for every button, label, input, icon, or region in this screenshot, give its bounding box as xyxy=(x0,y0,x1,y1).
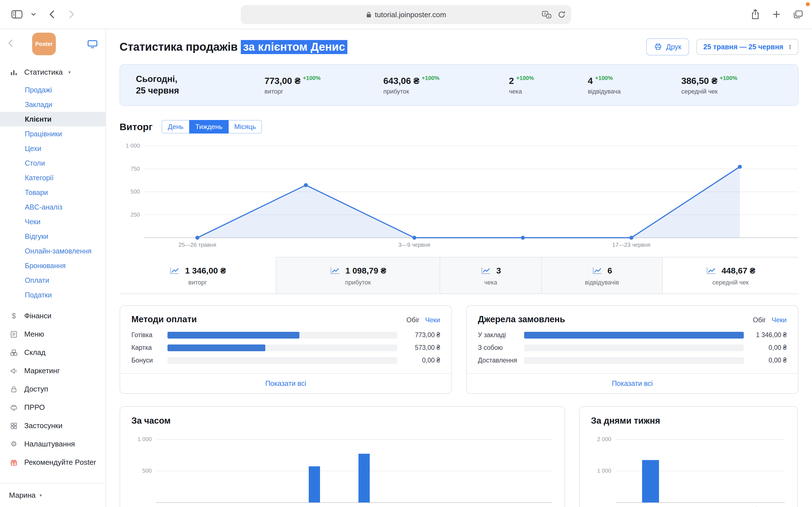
gift-icon xyxy=(9,459,18,466)
total-receipts-cell[interactable]: 3 чека xyxy=(440,257,541,293)
toggle-turnover[interactable]: Обіг xyxy=(406,316,419,324)
sidebar-item-employees[interactable]: Працівники xyxy=(0,126,105,141)
sidebar-item-locations[interactable]: Заклади xyxy=(0,97,105,112)
tab-month[interactable]: Місяць xyxy=(228,120,262,133)
toggle-receipts[interactable]: Чеки xyxy=(772,316,786,324)
sidebar-item-payments[interactable]: Оплати xyxy=(0,273,105,288)
sidebar-item-tables[interactable]: Столи xyxy=(0,156,105,170)
time-chart-svg: 5001 00001234567891011121314151617181920… xyxy=(132,434,554,507)
boxes-icon xyxy=(9,349,18,356)
sidebar-item-marketing[interactable]: Маркетинг xyxy=(0,362,105,380)
sidebar-item-prro[interactable]: ПРРО xyxy=(0,398,105,416)
svg-text:17—23 червня: 17—23 червня xyxy=(612,242,651,248)
tab-day[interactable]: День xyxy=(161,120,190,133)
weekday-chart-svg: 1 0002 000ПнВтСрЧтПтСбНд xyxy=(591,434,787,507)
sidebar-item-apps[interactable]: Застосунки xyxy=(0,416,105,435)
sidebar: Poster Статистика ▾ Продажі Заклади Кліє… xyxy=(0,29,106,507)
by-weekday-card: За днями тижня 1 0002 000ПнВтСрЧтПтСбНд xyxy=(579,406,798,507)
svg-text:5: 5 xyxy=(246,506,250,507)
svg-text:1 000: 1 000 xyxy=(597,467,611,474)
sidebar-item-abc-analysis[interactable]: ABC-аналіз xyxy=(0,200,105,214)
svg-text:4: 4 xyxy=(230,506,233,507)
poster-logo[interactable]: Poster xyxy=(32,33,56,55)
print-button[interactable]: Друк xyxy=(646,38,689,55)
total-visitors-cell[interactable]: 6 відвідувачів xyxy=(541,257,662,293)
delta-badge: +100% xyxy=(303,75,320,81)
sidebar-item-taxes[interactable]: Податки xyxy=(0,288,105,302)
sidebar-item-online-orders[interactable]: Онлайн-замовлення xyxy=(0,244,105,258)
date-stepper-icon[interactable]: ▲▼ xyxy=(788,44,792,50)
sidebar-nav: Статистика ▾ Продажі Заклади Клієнти Пра… xyxy=(0,59,105,483)
svg-text:10: 10 xyxy=(328,506,334,507)
sidebar-item-settings[interactable]: ⚙ Налаштування xyxy=(0,435,105,453)
svg-text:25—26 травня: 25—26 травня xyxy=(179,242,216,248)
bar-track xyxy=(167,357,397,364)
terminal-display-icon[interactable] xyxy=(87,40,98,48)
svg-text:23: 23 xyxy=(543,506,550,507)
translate-icon[interactable]: Aa xyxy=(542,11,552,18)
tab-week[interactable]: Тиждень xyxy=(189,120,229,133)
svg-text:3—9 червня: 3—9 червня xyxy=(398,242,430,248)
svg-text:0: 0 xyxy=(163,506,167,507)
show-all-link[interactable]: Показати всі xyxy=(467,373,798,393)
by-weekday-chart: 1 0002 000ПнВтСрЧтПтСбНд xyxy=(591,434,786,507)
total-avg-receipt-cell[interactable]: 448,67 ₴ середній чек xyxy=(662,257,799,293)
sidebar-item-stock[interactable]: Склад xyxy=(0,343,105,362)
sidebar-item-workshops[interactable]: Цехи xyxy=(0,141,105,156)
sidebar-item-access[interactable]: Доступ xyxy=(0,380,105,398)
user-menu[interactable]: Марина ▾ xyxy=(0,483,105,507)
source-row-in-store: У закладі 1 346,00 ₴ xyxy=(478,331,786,339)
sidebar-item-reviews[interactable]: Відгуки xyxy=(0,229,105,244)
svg-text:22: 22 xyxy=(527,506,533,507)
today-date: Сьогодні, 25 червня xyxy=(120,73,239,97)
svg-text:a: a xyxy=(548,15,550,18)
total-profit-cell[interactable]: 1 098,79 ₴ прибуток xyxy=(276,257,440,293)
address-bar[interactable]: tutorial.joinposter.com Aa xyxy=(241,5,571,24)
delta-badge: +100% xyxy=(595,75,613,81)
date-range-selector[interactable]: 25 травня — 25 червня ▲▼ xyxy=(696,39,799,55)
payment-methods-card: Методи оплати Обіг Чеки Готівка 773,00 ₴ xyxy=(119,305,452,394)
toolbar-chevron-down-icon[interactable] xyxy=(31,13,36,16)
sidebar-item-menu[interactable]: Меню xyxy=(0,325,105,343)
order-sources-card: Джерела замовлень Обіг Чеки У закладі 1 … xyxy=(466,305,799,394)
new-tab-icon[interactable] xyxy=(772,10,780,18)
svg-text:Чт: Чт xyxy=(699,506,705,507)
sidebar-toggle-icon[interactable] xyxy=(11,10,22,19)
main-content: Статистика продажів за клієнтом Денис Др… xyxy=(106,29,812,507)
share-icon[interactable] xyxy=(751,9,760,20)
toggle-receipts[interactable]: Чеки xyxy=(425,316,440,324)
forward-icon[interactable] xyxy=(69,10,74,19)
svg-text:19: 19 xyxy=(477,506,483,507)
sidebar-item-recommend[interactable]: Рекомендуйте Poster xyxy=(0,453,105,471)
tabs-overview-icon[interactable] xyxy=(794,10,803,19)
sidebar-item-products[interactable]: Товари xyxy=(0,185,105,200)
sidebar-item-finance[interactable]: $ Фінанси xyxy=(0,307,105,325)
bar-track xyxy=(167,344,397,351)
reload-icon[interactable] xyxy=(558,11,566,18)
bar-fill xyxy=(167,332,299,339)
payment-row-card: Картка 573,00 ₴ xyxy=(132,344,440,351)
card-title: Джерела замовлень xyxy=(478,314,565,325)
chevron-down-icon: ▾ xyxy=(40,493,42,498)
sidebar-item-clients[interactable]: Клієнти xyxy=(0,112,105,126)
show-all-link[interactable]: Показати всі xyxy=(120,373,451,393)
mini-graph-icon xyxy=(480,267,491,275)
back-icon[interactable] xyxy=(49,10,55,19)
dollar-icon: $ xyxy=(9,312,18,320)
svg-text:15: 15 xyxy=(411,506,417,507)
sidebar-item-receipts[interactable]: Чеки xyxy=(0,214,105,229)
collapse-sidebar-icon[interactable] xyxy=(8,39,13,49)
sidebar-item-sales[interactable]: Продажі xyxy=(0,82,105,97)
by-time-chart: 5001 00001234567891011121314151617181920… xyxy=(132,434,553,507)
toggle-turnover[interactable]: Обіг xyxy=(753,316,766,324)
sidebar-item-reservations[interactable]: Бронювання xyxy=(0,258,105,273)
svg-text:3: 3 xyxy=(213,506,216,507)
bar-track xyxy=(167,332,397,339)
total-revenue-cell[interactable]: 1 346,00 ₴ виторг xyxy=(119,257,276,293)
bar-track xyxy=(524,332,744,339)
sidebar-item-statistics[interactable]: Статистика ▾ xyxy=(0,63,105,81)
svg-text:14: 14 xyxy=(394,506,400,507)
sidebar-item-categories[interactable]: Категорії xyxy=(0,170,105,185)
by-time-card: За часом 5001 00001234567891011121314151… xyxy=(119,406,565,507)
svg-text:500: 500 xyxy=(142,467,152,474)
